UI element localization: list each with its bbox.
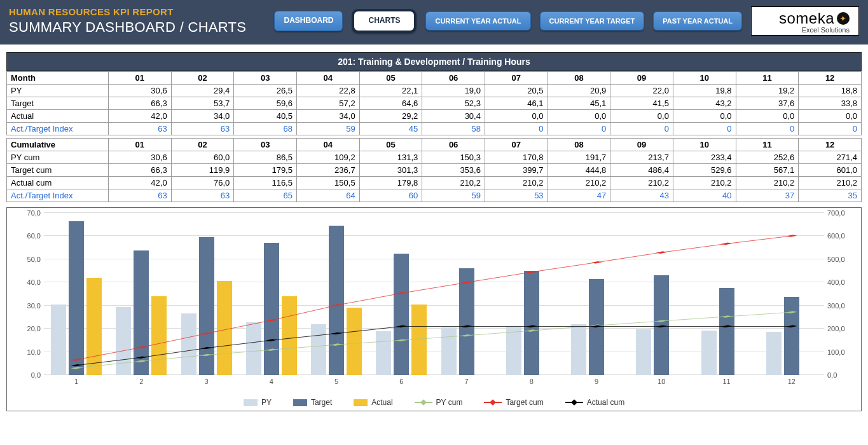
logo-icon: ✦ [837,12,850,25]
line-py-cum [76,312,792,368]
svg-rect-29 [396,325,407,328]
dashboard-button[interactable]: DASHBOARD [274,11,343,31]
cy-actual-button[interactable]: CURRENT YEAR ACTUAL [425,11,530,31]
table-row: PY cum30,660,086,5109,2131,3150,3170,819… [7,151,862,164]
svg-rect-34 [721,325,732,328]
table-header-row: Month010203040506070809101112 [7,72,862,85]
page-title: SUMMARY DASHBOARD / CHARTS [9,19,274,36]
line-target-cum [76,236,792,360]
table-row: Actual42,034,040,534,029,230,40,00,00,00… [7,110,862,123]
svg-rect-35 [786,325,797,328]
cy-target-button[interactable]: CURRENT YEAR TARGET [540,11,645,31]
svg-rect-22 [721,243,732,245]
svg-rect-23 [786,235,797,237]
svg-rect-2 [201,354,212,357]
svg-rect-27 [266,339,277,341]
y-axis-right: 0,0100,0200,0300,0400,0500,0600,0700,0 [827,213,856,375]
svg-rect-31 [526,325,537,328]
table-row: PY30,629,426,522,822,119,020,520,922,019… [7,85,862,97]
svg-rect-9 [656,320,667,322]
table-row: Target cum66,3119,9179,5236,7301,3353,63… [7,164,862,177]
report-title: HUMAN RESOURCES KPI REPORT [9,6,274,17]
combo-chart: 0,010,020,030,040,050,060,070,0 0,0100,0… [12,213,856,394]
svg-rect-7 [526,329,537,332]
py-actual-button[interactable]: PAST YEAR ACTUAL [653,11,742,31]
svg-rect-1 [136,360,147,362]
table-row: Actual cum42,076,0116,5150,5179,8210,221… [7,177,862,189]
svg-rect-24 [71,364,81,367]
svg-rect-28 [331,332,341,335]
svg-rect-30 [461,325,472,328]
cumulative-table: Cumulative010203040506070809101112PY cum… [6,138,862,202]
x-axis: 123456789101112 [44,378,824,389]
section-title: 201: Training & Development / Training H… [6,52,862,71]
chart-container: 0,010,020,030,040,050,060,070,0 0,0100,0… [6,207,862,411]
y-axis-left: 0,010,020,030,040,050,060,070,0 [12,213,41,375]
svg-rect-4 [331,343,341,346]
line-actual-cum [76,326,792,365]
table-row: Act./Target Index636368594558000000 [7,123,862,135]
svg-rect-6 [461,334,472,337]
table-row: Target66,353,759,657,264,652,346,145,141… [7,97,862,110]
svg-rect-3 [266,348,277,351]
svg-rect-0 [71,367,81,369]
plot-area [44,213,824,375]
charts-button[interactable]: CHARTS [352,9,417,32]
nav-bar: DASHBOARD CHARTS CURRENT YEAR ACTUAL CUR… [274,6,859,36]
chart-legend: PY Target Actual PY cum Target cum Actua… [12,394,856,408]
svg-rect-11 [786,311,797,313]
svg-rect-33 [656,325,667,328]
app-header: HUMAN RESOURCES KPI REPORT SUMMARY DASHB… [0,0,868,44]
table-header-row: Cumulative010203040506070809101112 [7,139,862,151]
table-row: Act./Target Index63636564605953474340373… [7,189,862,202]
logo: someka✦ Excel Solutions [751,6,859,36]
svg-rect-5 [396,339,407,341]
monthly-table: Month010203040506070809101112PY30,629,42… [6,71,862,135]
svg-rect-10 [721,315,732,318]
